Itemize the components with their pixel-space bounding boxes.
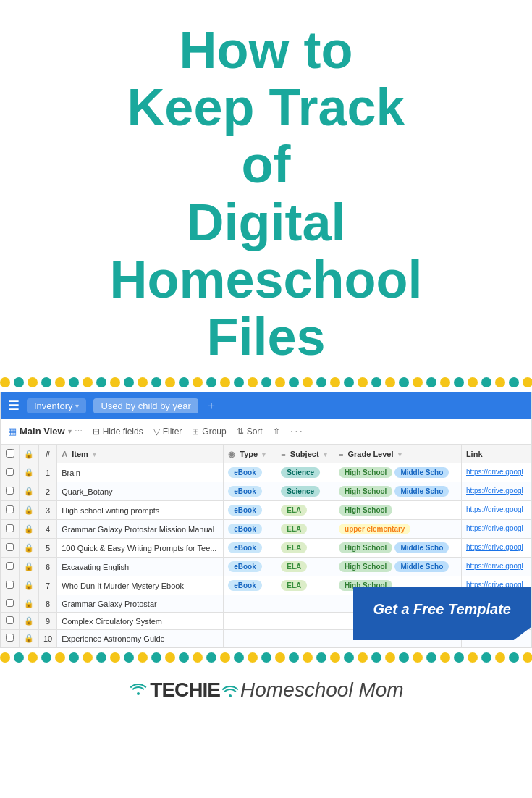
group-button[interactable]: ⊞ Group <box>192 427 226 437</box>
row-type[interactable]: eBook <box>224 558 276 576</box>
row-type[interactable]: eBook <box>224 482 276 501</box>
row-grade[interactable]: High SchoolMiddle Scho <box>334 539 462 558</box>
row-checkbox-cell[interactable] <box>1 520 20 539</box>
table-row[interactable]: 🔒2Quark_BotanyeBookScienceHigh SchoolMid… <box>1 482 531 501</box>
row-checkbox[interactable] <box>6 599 14 607</box>
link-anchor[interactable]: https://drive.googl <box>466 562 523 570</box>
add-tab-button[interactable]: ＋ <box>206 398 217 413</box>
header-subject[interactable]: ≡ Subject ▾ <box>276 445 334 463</box>
row-item[interactable]: Experience Astronomy Guide <box>57 630 224 647</box>
row-subject[interactable]: ELA <box>276 501 334 520</box>
row-type[interactable]: eBook <box>224 501 276 520</box>
row-type[interactable] <box>224 630 276 647</box>
row-grade[interactable]: High SchoolMiddle Scho <box>334 558 462 576</box>
row-item[interactable]: 100 Quick & Easy Writing Prompts for Tee… <box>57 539 224 558</box>
row-type[interactable] <box>224 595 276 613</box>
row-subject[interactable]: ELA <box>276 520 334 539</box>
row-checkbox-cell[interactable] <box>1 539 20 558</box>
row-subject[interactable]: Science <box>276 482 334 501</box>
link-anchor[interactable]: https://drive.googl <box>466 524 523 532</box>
row-lock-cell: 🔒 <box>20 613 39 630</box>
row-link[interactable]: https://drive.googl <box>461 539 531 558</box>
header-link[interactable]: Link <box>461 445 531 463</box>
row-link[interactable]: https://drive.googl <box>461 482 531 501</box>
row-type[interactable] <box>224 613 276 630</box>
more-options-button[interactable]: ··· <box>290 425 304 438</box>
row-item[interactable]: Complex Circulatory System <box>57 613 224 630</box>
title-line1: How to <box>180 21 353 79</box>
header-grade[interactable]: ≡ Grade Level ▾ <box>334 445 462 463</box>
filter-button[interactable]: ▽ Filter <box>153 427 182 437</box>
row-item[interactable]: Grammar Galaxy Protostar Mission Manual <box>57 520 224 539</box>
row-checkbox-cell[interactable] <box>1 595 20 613</box>
row-checkbox-cell[interactable] <box>1 558 20 576</box>
row-checkbox-cell[interactable] <box>1 482 20 501</box>
share-button[interactable]: ⇧ <box>273 427 280 437</box>
row-subject[interactable]: ELA <box>276 558 334 576</box>
row-item[interactable]: Grammar Galaxy Protostar <box>57 595 224 613</box>
hamburger-icon[interactable]: ☰ <box>8 398 20 413</box>
row-type[interactable]: eBook <box>224 520 276 539</box>
header-type[interactable]: ◉ Type ▾ <box>224 445 276 463</box>
inventory-tab[interactable]: Inventory ▾ <box>27 398 86 413</box>
row-item[interactable]: High school writing prompts <box>57 501 224 520</box>
active-tab[interactable]: Used by child by year <box>93 398 198 413</box>
row-item[interactable]: Who Dun It Murder Mystery Ebook <box>57 576 224 595</box>
table-row[interactable]: 🔒4Grammar Galaxy Protostar Mission Manua… <box>1 520 531 539</box>
dot-37 <box>509 652 519 663</box>
row-link[interactable]: https://drive.googl <box>461 558 531 576</box>
view-switcher[interactable]: ▦ Main View ▾ ⋯ <box>8 426 83 437</box>
row-checkbox[interactable] <box>6 581 14 589</box>
table-row[interactable]: 🔒1BraineBookScienceHigh SchoolMiddle Sch… <box>1 463 531 482</box>
row-checkbox[interactable] <box>6 562 14 570</box>
sort-button[interactable]: ⇅ Sort <box>237 427 263 437</box>
row-subject[interactable] <box>276 613 334 630</box>
row-grade[interactable]: High School <box>334 501 462 520</box>
row-item[interactable]: Excavating English <box>57 558 224 576</box>
row-checkbox[interactable] <box>6 505 14 513</box>
table-row[interactable]: 🔒6Excavating EnglisheBookELAHigh SchoolM… <box>1 558 531 576</box>
row-subject[interactable]: Science <box>276 463 334 482</box>
dot-24 <box>330 377 340 387</box>
row-link[interactable]: https://drive.googl <box>461 520 531 539</box>
row-grade[interactable]: High SchoolMiddle Scho <box>334 463 462 482</box>
row-checkbox-cell[interactable] <box>1 576 20 595</box>
dot-36 <box>495 652 505 663</box>
row-checkbox[interactable] <box>6 543 14 551</box>
row-checkbox-cell[interactable] <box>1 613 20 630</box>
row-link[interactable]: https://drive.googl <box>461 501 531 520</box>
table-row[interactable]: 🔒3High school writing promptseBookELAHig… <box>1 501 531 520</box>
row-link[interactable]: https://drive.googl <box>461 463 531 482</box>
table-row[interactable]: 🔒5100 Quick & Easy Writing Prompts for T… <box>1 539 531 558</box>
cta-banner[interactable]: Get a Free Template <box>353 587 531 640</box>
row-checkbox-cell[interactable] <box>1 630 20 647</box>
row-checkbox[interactable] <box>6 487 14 495</box>
row-subject[interactable]: ELA <box>276 539 334 558</box>
row-grade[interactable]: High SchoolMiddle Scho <box>334 482 462 501</box>
row-item[interactable]: Brain <box>57 463 224 482</box>
link-anchor[interactable]: https://drive.googl <box>466 487 523 495</box>
row-checkbox-cell[interactable] <box>1 463 20 482</box>
header-checkbox[interactable] <box>1 445 20 463</box>
row-checkbox[interactable] <box>6 468 14 476</box>
link-anchor[interactable]: https://drive.googl <box>466 543 523 551</box>
row-subject[interactable]: ELA <box>276 576 334 595</box>
link-anchor[interactable]: https://drive.googl <box>466 505 523 513</box>
row-subject[interactable] <box>276 630 334 647</box>
row-type[interactable]: eBook <box>224 539 276 558</box>
row-checkbox[interactable] <box>6 524 14 532</box>
row-item[interactable]: Quark_Botany <box>57 482 224 501</box>
select-all-checkbox[interactable] <box>6 449 14 458</box>
row-checkbox-cell[interactable] <box>1 501 20 520</box>
header-item[interactable]: A Item ▾ <box>57 445 224 463</box>
row-type[interactable]: eBook <box>224 463 276 482</box>
link-anchor[interactable]: https://drive.googl <box>466 468 523 476</box>
hide-fields-button[interactable]: ⊟ Hide fields <box>93 427 143 437</box>
row-grade[interactable]: upper elementary <box>334 520 462 539</box>
row-subject[interactable] <box>276 595 334 613</box>
dot-0 <box>0 377 10 387</box>
row-checkbox[interactable] <box>6 634 14 642</box>
row-checkbox[interactable] <box>6 616 14 624</box>
grade-badge: High School <box>339 486 392 497</box>
row-type[interactable]: eBook <box>224 576 276 595</box>
